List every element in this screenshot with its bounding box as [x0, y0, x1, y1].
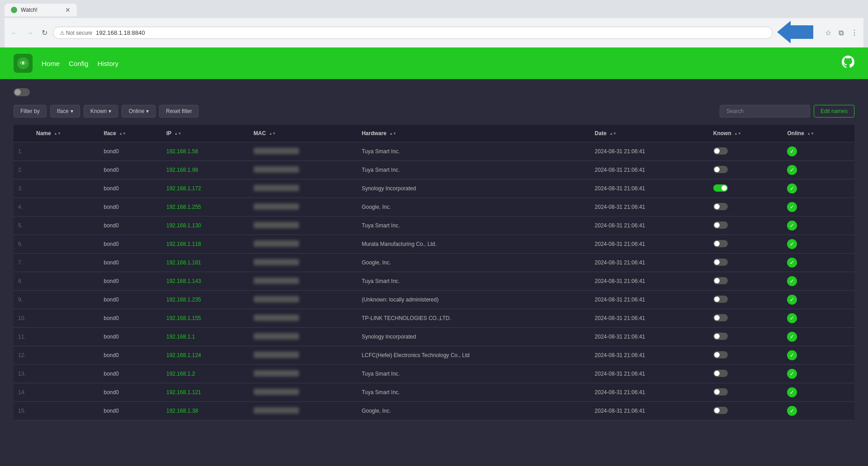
known-toggle[interactable] — [713, 296, 728, 303]
known-toggle[interactable] — [713, 166, 728, 173]
row-num: 6. — [14, 235, 32, 254]
reset-filter-button[interactable]: Reset filter — [159, 105, 199, 118]
row-hardware: Tuya Smart Inc. — [357, 161, 590, 179]
online-badge — [787, 406, 797, 416]
row-ip[interactable]: 192.168.1.181 — [162, 254, 249, 272]
row-iface: bond0 — [99, 365, 162, 383]
svg-text:👁: 👁 — [20, 60, 26, 67]
tab-close-button[interactable]: ✕ — [65, 6, 71, 14]
filter-by-button[interactable]: Filter by — [14, 105, 47, 118]
known-button[interactable]: Known ▾ — [84, 105, 119, 118]
col-mac[interactable]: MAC ▲▼ — [249, 125, 357, 142]
row-hardware: Tuya Smart Inc. — [357, 365, 590, 383]
row-date: 2024-08-31 21:06:41 — [590, 402, 709, 420]
row-known[interactable] — [709, 346, 783, 365]
row-known[interactable] — [709, 161, 783, 179]
forward-button[interactable]: → — [24, 28, 36, 38]
row-ip[interactable]: 192.168.1.143 — [162, 272, 249, 291]
row-ip[interactable]: 192.168.1.98 — [162, 161, 249, 179]
known-toggle[interactable] — [713, 407, 728, 414]
row-known[interactable] — [709, 402, 783, 420]
col-online[interactable]: Online ▲▼ — [783, 125, 854, 142]
back-button[interactable]: ← — [8, 28, 21, 38]
known-toggle[interactable] — [713, 277, 728, 284]
col-known[interactable]: Known ▲▼ — [709, 125, 783, 142]
row-known[interactable] — [709, 309, 783, 328]
row-known[interactable] — [709, 142, 783, 161]
row-name — [32, 179, 99, 198]
bookmark-icon[interactable]: ☆ — [823, 27, 833, 39]
row-known[interactable] — [709, 198, 783, 217]
address-bar[interactable]: ⚠ Not secure 192.168.1.18:8840 — [53, 27, 773, 39]
row-known[interactable] — [709, 383, 783, 402]
reload-button[interactable]: ↻ — [39, 28, 50, 38]
main-toggle[interactable] — [14, 88, 30, 96]
col-iface[interactable]: Iface ▲▼ — [99, 125, 162, 142]
nav-config[interactable]: Config — [69, 60, 88, 67]
row-ip[interactable]: 192.168.1.124 — [162, 346, 249, 365]
row-iface: bond0 — [99, 309, 162, 328]
row-name — [32, 198, 99, 217]
known-toggle[interactable] — [713, 388, 728, 395]
row-ip[interactable]: 192.168.1.2 — [162, 365, 249, 383]
row-online — [783, 291, 854, 309]
row-ip[interactable]: 192.168.1.130 — [162, 217, 249, 235]
row-ip[interactable]: 192.168.1.1 — [162, 328, 249, 346]
row-known[interactable] — [709, 235, 783, 254]
extensions-icon[interactable]: ⧉ — [837, 27, 845, 39]
table-row: 7. bond0 192.168.1.181 Google, Inc. 2024… — [14, 254, 854, 272]
row-known[interactable] — [709, 217, 783, 235]
col-name[interactable]: Name ▲▼ — [32, 125, 99, 142]
row-mac — [249, 291, 357, 309]
edit-names-button[interactable]: Edit names — [814, 105, 854, 118]
row-known[interactable] — [709, 272, 783, 291]
browser-tab[interactable]: Watch! ✕ — [5, 4, 77, 16]
known-toggle[interactable] — [713, 221, 728, 229]
row-mac — [249, 328, 357, 346]
row-known[interactable] — [709, 328, 783, 346]
known-toggle[interactable] — [713, 314, 728, 321]
row-known[interactable] — [709, 365, 783, 383]
row-ip[interactable]: 192.168.1.155 — [162, 309, 249, 328]
row-mac — [249, 142, 357, 161]
iface-button[interactable]: Iface ▾ — [50, 105, 80, 118]
known-toggle[interactable] — [713, 370, 728, 377]
row-hardware: Google, Inc. — [357, 198, 590, 217]
col-date[interactable]: Date ▲▼ — [590, 125, 709, 142]
known-toggle[interactable] — [713, 184, 728, 192]
row-hardware: Google, Inc. — [357, 254, 590, 272]
row-ip[interactable]: 192.168.1.235 — [162, 291, 249, 309]
row-online — [783, 254, 854, 272]
online-button[interactable]: Online ▾ — [122, 105, 156, 118]
known-toggle[interactable] — [713, 259, 728, 266]
row-ip[interactable]: 192.168.1.255 — [162, 198, 249, 217]
row-ip[interactable]: 192.168.1.58 — [162, 142, 249, 161]
row-known[interactable] — [709, 291, 783, 309]
col-hardware[interactable]: Hardware ▲▼ — [357, 125, 590, 142]
table-row: 8. bond0 192.168.1.143 Tuya Smart Inc. 2… — [14, 272, 854, 291]
search-input[interactable] — [720, 105, 810, 118]
nav-history[interactable]: History — [97, 60, 119, 67]
row-known[interactable] — [709, 254, 783, 272]
nav-home[interactable]: Home — [42, 60, 60, 67]
known-toggle[interactable] — [713, 203, 728, 210]
row-ip[interactable]: 192.168.1.172 — [162, 179, 249, 198]
row-online — [783, 142, 854, 161]
row-name — [32, 346, 99, 365]
known-toggle[interactable] — [713, 351, 728, 358]
row-num: 7. — [14, 254, 32, 272]
menu-icon[interactable]: ⋮ — [849, 27, 860, 39]
row-known[interactable] — [709, 179, 783, 198]
known-toggle[interactable] — [713, 147, 728, 155]
row-hardware: Synology Incorporated — [357, 328, 590, 346]
known-toggle[interactable] — [713, 240, 728, 247]
row-ip[interactable]: 192.168.1.38 — [162, 402, 249, 420]
github-icon[interactable] — [842, 56, 854, 71]
row-ip[interactable]: 192.168.1.121 — [162, 383, 249, 402]
col-ip[interactable]: IP ▲▼ — [162, 125, 249, 142]
known-toggle[interactable] — [713, 333, 728, 340]
table-container: Name ▲▼ Iface ▲▼ IP ▲▼ MAC ▲▼ Hardware ▲… — [14, 125, 854, 420]
row-ip[interactable]: 192.168.1.118 — [162, 235, 249, 254]
toolbar: Filter by Iface ▾ Known ▾ Online ▾ Reset… — [14, 105, 854, 118]
logo-icon: 👁 — [16, 56, 30, 70]
